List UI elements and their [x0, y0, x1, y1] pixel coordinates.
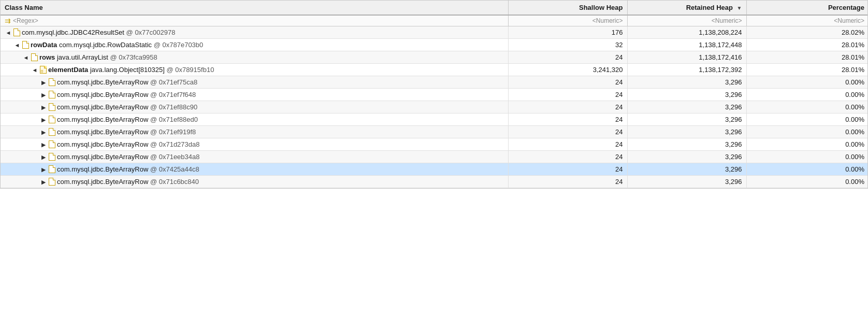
indent-spacer [31, 178, 38, 186]
percentage-value: 0.00% [746, 114, 868, 126]
indent-spacer [13, 91, 21, 98]
collapse-toggle[interactable]: ◄ [31, 66, 38, 74]
name-cell: ◄elementData java.lang.Object[810325] @ … [1, 64, 508, 76]
class-name-text: com.mysql.jdbc.JDBC42ResultSet @ 0x77c00… [22, 29, 175, 36]
indent-spacer [5, 153, 12, 161]
class-name-text: com.mysql.jdbc.ByteArrayRow @ 0x71ef75ca… [57, 78, 197, 86]
file-icon [31, 53, 38, 61]
sort-indicator: ▼ [737, 5, 742, 11]
indent-spacer [5, 140, 12, 148]
retained-heap-value: 3,296 [627, 101, 746, 114]
object-address: @ 0x71ef75ca8 [150, 78, 197, 86]
filter-retained-cell: <Numeric> [627, 15, 746, 26]
object-address: @ 0x71c6bc840 [150, 178, 199, 186]
percentage-value: 0.00% [746, 101, 868, 114]
indent-spacer [31, 116, 38, 123]
heap-table: Class Name Shallow Heap Retained Heap ▼ … [0, 0, 868, 189]
shallow-heap-value: 24 [508, 51, 627, 64]
name-cell: ▶com.mysql.jdbc.ByteArrayRow @ 0x71c6bc8… [1, 176, 508, 188]
table-header: Class Name Shallow Heap Retained Heap ▼ … [1, 1, 868, 15]
table-row[interactable]: ▶com.mysql.jdbc.ByteArrayRow @ 0x7425a44… [1, 163, 868, 176]
table-row[interactable]: ▶com.mysql.jdbc.ByteArrayRow @ 0x71d273d… [1, 138, 868, 151]
filter-percentage-placeholder[interactable]: <Numeric> [751, 17, 865, 24]
filter-name-placeholder[interactable]: <Regex> [13, 17, 38, 24]
expand-toggle[interactable]: ▶ [40, 166, 47, 173]
shallow-heap-value: 24 [508, 101, 627, 114]
table-row[interactable]: ▶com.mysql.jdbc.ByteArrayRow @ 0x71ef919… [1, 126, 868, 138]
percentage-value: 0.00% [746, 151, 868, 163]
retained-heap-value: 1,138,208,224 [627, 26, 746, 39]
indent-spacer [31, 153, 38, 161]
table-row[interactable]: ▶com.mysql.jdbc.ByteArrayRow @ 0x71ef88e… [1, 114, 868, 126]
shallow-heap-value: 24 [508, 89, 627, 101]
expand-toggle[interactable]: ▶ [40, 153, 47, 161]
indent-spacer [13, 78, 21, 86]
collapse-toggle[interactable]: ◄ [5, 29, 12, 36]
collapse-toggle[interactable]: ◄ [13, 41, 21, 49]
shallow-heap-value: 32 [508, 39, 627, 51]
expand-toggle[interactable]: ▶ [40, 141, 47, 148]
indent-spacer [5, 41, 12, 49]
table-row[interactable]: ▶com.mysql.jdbc.ByteArrayRow @ 0x71eeb34… [1, 151, 868, 163]
table-row[interactable]: ▶com.mysql.jdbc.ByteArrayRow @ 0x71ef88c… [1, 101, 868, 114]
file-icon [49, 128, 55, 136]
object-address: @ 0x73fca9958 [110, 53, 157, 61]
table-row[interactable]: ◄rows java.util.ArrayList @ 0x73fca99582… [1, 51, 868, 64]
file-icon [49, 116, 55, 123]
expand-toggle[interactable]: ▶ [40, 91, 47, 98]
filter-icon: ⇉ [5, 17, 11, 24]
indent-spacer [31, 128, 38, 136]
expand-toggle[interactable]: ▶ [40, 104, 47, 111]
indent-spacer [13, 165, 21, 173]
filter-percentage-cell: <Numeric> [746, 15, 868, 26]
retained-heap-value: 3,296 [627, 114, 746, 126]
file-icon [49, 178, 55, 186]
retained-heap-value: 1,138,172,392 [627, 64, 746, 76]
retained-heap-value: 1,138,172,448 [627, 39, 746, 51]
filter-retained-placeholder[interactable]: <Numeric> [632, 17, 742, 24]
percentage-value: 28.01% [746, 64, 868, 76]
retained-heap-value: 3,296 [627, 151, 746, 163]
col-header-retained[interactable]: Retained Heap ▼ [627, 1, 746, 15]
indent-spacer [5, 53, 12, 61]
col-header-percentage[interactable]: Percentage [746, 1, 868, 15]
shallow-heap-value: 24 [508, 163, 627, 176]
expand-toggle[interactable]: ▶ [40, 178, 47, 186]
col-header-shallow[interactable]: Shallow Heap [508, 1, 627, 15]
percentage-value: 0.00% [746, 138, 868, 151]
indent-spacer [5, 78, 12, 86]
name-cell: ▶com.mysql.jdbc.ByteArrayRow @ 0x71ef919… [1, 126, 508, 138]
indent-spacer [22, 178, 30, 186]
indent-spacer [5, 128, 12, 136]
indent-spacer [22, 116, 30, 123]
filter-shallow-placeholder[interactable]: <Numeric> [513, 17, 623, 24]
collapse-toggle[interactable]: ◄ [22, 54, 30, 61]
indent-spacer [22, 128, 30, 136]
filter-row: ⇉ <Regex> <Numeric> <Numeric> <Numeric> [1, 15, 868, 26]
indent-spacer [22, 165, 30, 173]
file-icon [13, 29, 20, 36]
table-row[interactable]: ▶com.mysql.jdbc.ByteArrayRow @ 0x71ef7f6… [1, 89, 868, 101]
expand-toggle[interactable]: ▶ [40, 129, 47, 136]
indent-spacer [31, 165, 38, 173]
class-name-text: com.mysql.jdbc.ByteArrayRow @ 0x71ef919f… [57, 128, 196, 136]
class-name-text: elementData java.lang.Object[810325] @ 0… [48, 66, 214, 74]
percentage-value: 0.00% [746, 126, 868, 138]
table-row[interactable]: ▶com.mysql.jdbc.ByteArrayRow @ 0x71ef75c… [1, 76, 868, 89]
table-row[interactable]: ◄rowData com.mysql.jdbc.RowDataStatic @ … [1, 39, 868, 51]
expand-toggle[interactable]: ▶ [40, 116, 47, 123]
field-name-bold: elementData [48, 66, 88, 74]
name-cell: ▶com.mysql.jdbc.ByteArrayRow @ 0x71eeb34… [1, 151, 508, 163]
object-address: @ 0x77c002978 [126, 29, 176, 36]
object-address: @ 0x71ef919f8 [150, 128, 196, 136]
class-name-text: com.mysql.jdbc.ByteArrayRow @ 0x71ef88ed… [57, 116, 198, 123]
name-cell: ◄rows java.util.ArrayList @ 0x73fca9958 [1, 51, 508, 64]
expand-toggle[interactable]: ▶ [40, 79, 47, 86]
table-row[interactable]: ◄com.mysql.jdbc.JDBC42ResultSet @ 0x77c0… [1, 26, 868, 39]
table-row[interactable]: ◄elementData java.lang.Object[810325] @ … [1, 64, 868, 76]
indent-spacer [5, 66, 12, 74]
file-icon [49, 165, 55, 173]
indent-spacer [5, 91, 12, 98]
col-header-name[interactable]: Class Name [1, 1, 508, 15]
table-row[interactable]: ▶com.mysql.jdbc.ByteArrayRow @ 0x71c6bc8… [1, 176, 868, 188]
